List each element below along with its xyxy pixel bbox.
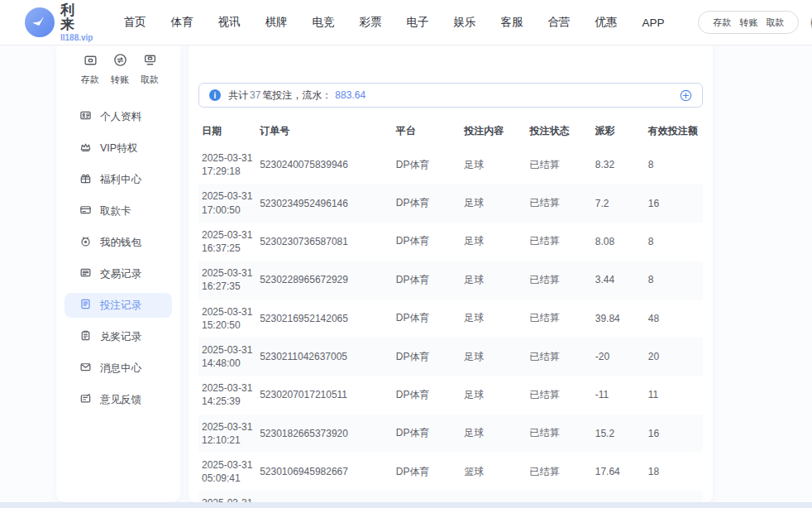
- cell-content: 足球: [461, 146, 526, 184]
- plus-circle-icon[interactable]: [680, 89, 692, 102]
- logo-domain: ll188.vip: [60, 34, 93, 42]
- nav-item-6[interactable]: 彩票: [346, 15, 394, 30]
- site-logo[interactable]: 利 来 ll188.vip: [25, 3, 93, 42]
- sidebar-item-card[interactable]: 取款卡: [64, 199, 172, 223]
- cell-content: 足球: [461, 491, 526, 503]
- cell-platform: DP体育: [393, 376, 461, 414]
- column-header-1: 日期: [198, 116, 256, 146]
- sidebar-item-bets[interactable]: 投注记录: [64, 293, 172, 318]
- cell-platform: DP体育: [393, 261, 461, 299]
- nav-item-2[interactable]: 体育: [158, 15, 205, 30]
- nav-item-10[interactable]: 合营: [535, 15, 582, 30]
- pill-action-2[interactable]: 转账: [735, 17, 762, 29]
- quick-action-deposit[interactable]: 存款: [81, 53, 99, 86]
- table-row: 2025-03-3105:03:525230105898799686DP体育足球…: [198, 491, 703, 503]
- feedback-icon: [79, 392, 92, 408]
- nav-item-8[interactable]: 娱乐: [441, 15, 488, 30]
- cell-status: 已结算: [526, 223, 591, 261]
- summary-text: 共计37笔投注，流水：883.64: [228, 89, 365, 103]
- nav-item-5[interactable]: 电竞: [299, 15, 346, 30]
- cell-platform: DP体育: [393, 184, 461, 222]
- bottom-strip: [0, 502, 812, 508]
- cell-content: 足球: [461, 376, 526, 414]
- column-header-4: 投注内容: [461, 116, 526, 146]
- cell-date: 2025-03-3117:29:18: [198, 146, 256, 184]
- sidebar-item-wallet[interactable]: 我的钱包: [64, 230, 172, 255]
- cell-order: 5230207017210511: [256, 376, 393, 414]
- logo-icon: [25, 7, 55, 37]
- cell-valid-bet: 48: [645, 300, 703, 338]
- cell-payout: 8.08: [592, 223, 645, 261]
- table-row: 2025-03-3114:48:005230211042637005DP体育足球…: [198, 338, 703, 376]
- cell-order: 5230105898799686: [256, 491, 393, 503]
- cell-status: 已结算: [526, 300, 591, 338]
- cell-date: 2025-03-3112:10:21: [198, 415, 256, 453]
- cell-status: 已结算: [526, 491, 591, 503]
- cell-platform: DP体育: [393, 415, 461, 453]
- sidebar-item-feedback[interactable]: 意见反馈: [64, 387, 172, 412]
- cell-valid-bet: 20: [645, 338, 703, 376]
- cell-content: 足球: [461, 261, 526, 299]
- cell-date: 2025-03-3117:00:50: [198, 184, 256, 222]
- summary-info-bar: i 共计37笔投注，流水：883.64: [198, 83, 703, 108]
- table-row: 2025-03-3105:09:415230106945982667DP体育篮球…: [198, 453, 703, 491]
- cell-valid-bet: 18: [645, 453, 703, 491]
- cell-content: 足球: [461, 415, 526, 453]
- cell-status: 已结算: [526, 338, 591, 376]
- cell-payout: -11: [592, 376, 645, 414]
- table-header-row: 日期订单号平台投注内容投注状态派彩有效投注额: [198, 116, 703, 146]
- idcard-icon: [79, 109, 92, 125]
- sidebar-item-gift[interactable]: 福利中心: [64, 167, 172, 192]
- cell-platform: DP体育: [393, 300, 461, 338]
- table-row: 2025-03-3112:10:215230182665373920DP体育足球…: [198, 415, 703, 453]
- cell-date: 2025-03-3114:48:00: [198, 338, 256, 376]
- cell-valid-bet: 8: [645, 223, 703, 261]
- top-header: 利 来 ll188.vip 首页体育视讯棋牌电竞彩票电子娱乐客服合营优惠APP …: [0, 0, 812, 46]
- cell-order: 5230230736587081: [256, 223, 393, 261]
- turnover-amount: 883.64: [332, 89, 365, 101]
- quick-action-withdraw[interactable]: 取款: [141, 53, 159, 86]
- main-content: i 共计37笔投注，流水：883.64 日期订单号平台投注内容投注状态派彩有效投…: [189, 25, 713, 503]
- cell-order: 5230182665373920: [256, 415, 393, 453]
- cell-date: 2025-03-3114:25:39: [198, 376, 256, 414]
- cell-platform: DP体育: [393, 491, 461, 503]
- nav-item-4[interactable]: 棋牌: [252, 15, 299, 30]
- nav-item-9[interactable]: 客服: [488, 15, 535, 30]
- nav-item-12[interactable]: APP: [629, 17, 676, 29]
- cell-date: 2025-03-3116:27:35: [198, 261, 256, 299]
- bets-table: 日期订单号平台投注内容投注状态派彩有效投注额 2025-03-3117:29:1…: [198, 116, 703, 503]
- column-header-5: 投注状态: [526, 116, 591, 146]
- cell-status: 已结算: [526, 146, 591, 184]
- card-icon: [79, 204, 92, 219]
- cell-platform: DP体育: [393, 453, 461, 491]
- table-row: 2025-03-3117:29:185230240075839946DP体育足球…: [198, 146, 703, 184]
- pill-action-1[interactable]: 存款: [709, 17, 735, 29]
- cell-payout: -20: [592, 338, 645, 376]
- cell-payout: 8.32: [592, 146, 645, 184]
- table-row: 2025-03-3116:37:255230230736587081DP体育足球…: [198, 223, 703, 261]
- cell-valid-bet: 11: [645, 376, 703, 414]
- cell-platform: DP体育: [393, 146, 461, 184]
- table-row: 2025-03-3116:27:355230228965672929DP体育足球…: [198, 261, 703, 299]
- sidebar-item-idcard[interactable]: 个人资料: [64, 104, 172, 129]
- cell-status: 已结算: [526, 415, 591, 453]
- deposit-icon: [84, 53, 98, 70]
- prize-icon: [79, 329, 92, 345]
- sidebar-item-ledger[interactable]: 交易记录: [64, 261, 172, 286]
- cell-status: 已结算: [526, 261, 591, 299]
- sidebar-item-prize[interactable]: 兑奖记录: [64, 324, 172, 349]
- cell-valid-bet: 5.27: [645, 491, 703, 503]
- column-header-3: 平台: [393, 116, 461, 146]
- pill-action-3[interactable]: 取款: [762, 17, 788, 29]
- sidebar-item-crown[interactable]: VIP特权: [64, 136, 172, 161]
- nav-item-1[interactable]: 首页: [111, 15, 158, 30]
- nav-item-3[interactable]: 视讯: [205, 15, 252, 30]
- gift-icon: [79, 172, 92, 188]
- cell-date: 2025-03-3105:09:41: [198, 453, 256, 491]
- cell-payout: 7.2: [592, 184, 645, 222]
- sidebar-item-mail[interactable]: 消息中心: [64, 356, 172, 381]
- quick-action-transfer[interactable]: 转账: [111, 53, 129, 86]
- nav-item-7[interactable]: 电子: [394, 15, 441, 30]
- nav-item-11[interactable]: 优惠: [582, 15, 629, 30]
- cell-date: 2025-03-3116:37:25: [198, 223, 256, 261]
